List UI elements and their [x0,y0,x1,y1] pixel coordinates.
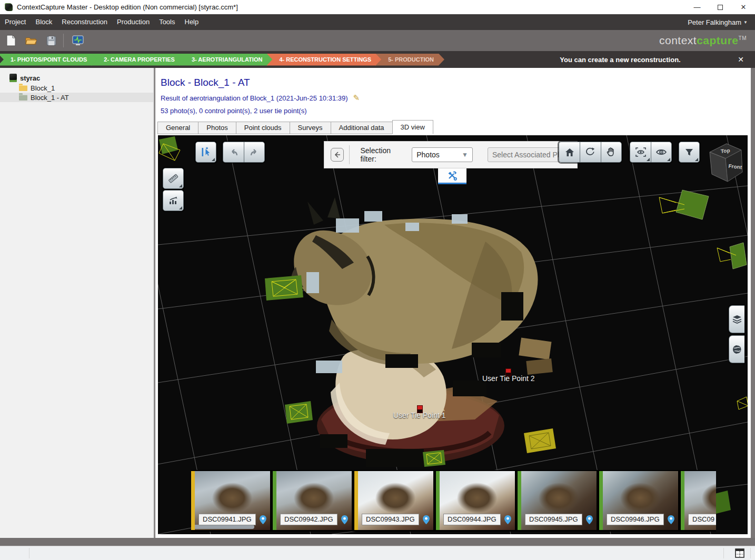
workflow-step[interactable]: 5- PRODUCTION [375,54,444,66]
menu-item[interactable]: Production [112,14,154,30]
viewport-3d[interactable]: STYRAC [158,135,748,534]
home-view-button[interactable] [559,142,580,163]
tab[interactable]: Photos [198,122,235,134]
maximize-button[interactable] [709,0,732,14]
undo-button[interactable] [223,142,244,163]
tree-item[interactable]: Block_1 [0,83,153,93]
photo-thumbnail[interactable]: DSC09943.JPG [354,471,433,530]
camera-marker[interactable] [159,136,180,161]
dropdown-corner [212,158,215,161]
quality-report-button[interactable] [163,190,184,211]
layers-panel-button[interactable] [729,305,744,333]
save-project-button[interactable] [42,33,60,48]
eye-frame-icon [635,147,647,157]
tab[interactable]: Additional data [331,122,392,134]
basemap-globe-button[interactable] [729,335,744,363]
edit-pencil-icon[interactable]: ✎ [353,93,360,103]
photo-filename: DSC09942.JPG [280,514,337,525]
tab[interactable]: General [157,122,198,134]
grid-toggle-button[interactable] [733,547,747,559]
user-name: Peter Falkingham [688,18,741,26]
photo-filename: DSC09 [688,514,716,525]
open-project-button[interactable] [22,33,40,48]
camera-marker[interactable] [265,275,303,301]
zoom-extents-button[interactable] [630,142,651,163]
measure-button[interactable] [163,168,184,189]
geotag-pin-icon [668,515,674,524]
photo-status-stripe [599,471,603,530]
panel-separator [349,145,350,164]
hand-pan-icon [606,147,617,157]
home-icon [564,147,575,157]
menu-item[interactable]: Tools [154,14,180,30]
camera-marker[interactable] [423,450,445,467]
pan-button[interactable] [601,142,622,163]
tab[interactable]: Surveys [290,122,331,134]
photo-thumbnail[interactable]: DSC09946.JPG [599,471,678,530]
selection-filter-panel: Selection filter: Photos ▼ [324,141,578,168]
camera-marker[interactable] [717,243,747,269]
tab[interactable]: 3D view [392,120,433,134]
display-options-button[interactable] [651,142,672,163]
statusbar-separator [750,548,751,558]
tools-tab[interactable] [438,168,466,184]
redo-icon [249,147,260,157]
eye-icon [655,147,667,157]
contextcapture-logo: contextcaptureTM [659,34,747,47]
menu-item[interactable]: Reconstruction [57,14,112,30]
close-button[interactable]: ✕ [732,0,755,14]
user-menu[interactable]: Peter Falkingham ▼ [688,18,755,26]
project-name: styrac [20,74,40,82]
menu-item[interactable]: Block [31,14,57,30]
project-icon [9,74,17,82]
orbit-rotate-icon [585,147,596,157]
filmstrip-scrollbar[interactable] [191,525,254,529]
collapse-panel-button[interactable] [331,148,344,162]
select-tool-button[interactable] [195,142,216,163]
orbit-button[interactable] [580,142,601,163]
photo-thumbnail[interactable]: DSC09 [681,471,716,530]
camera-marker[interactable] [524,428,556,453]
camera-marker[interactable] [737,397,748,409]
workflow-step[interactable]: 3- AEROTRIANGULATION [179,54,273,66]
navigation-cube[interactable]: Top Front [704,139,744,186]
redo-button[interactable] [244,142,265,163]
grid-table-icon [734,548,745,558]
camera-marker[interactable] [659,190,709,219]
title-bar: ContextCapture Master - Desktop edition … [0,0,755,14]
workflow-close-icon[interactable]: ✕ [733,53,749,66]
photo-thumbnail[interactable]: DSC09945.JPG [518,471,597,530]
new-file-icon [6,35,16,46]
dropdown-corner [647,158,650,161]
photo-thumbnail[interactable]: DSC09941.JPG [191,471,270,530]
photo-status-stripe [273,471,276,530]
workflow-step[interactable]: 1- PHOTOS/POINT CLOUDS [0,54,97,66]
photo-status-stripe [436,471,440,530]
acute3d-viewer-button[interactable] [69,33,87,48]
menu-item[interactable]: Help [180,14,204,30]
tree-project-root[interactable]: styrac [0,73,153,83]
photo-filename: DSC09945.JPG [525,514,582,525]
stats-chart-icon [168,195,178,206]
app-icon [5,3,13,11]
main-toolbar: contextcaptureTM [0,30,755,51]
minimize-button[interactable]: — [686,0,709,14]
workflow-step[interactable]: 2- CAMERA PROPERTIES [91,54,185,66]
photo-thumbnail[interactable]: DSC09942.JPG [273,471,352,530]
geotag-pin-icon [504,515,511,524]
tree-item[interactable]: Block_1 - AT [0,93,153,102]
menu-bar: Project Block Reconstruction Production … [0,14,755,30]
tab[interactable]: Point clouds [236,122,290,134]
tools-icon [447,171,458,181]
camera-marker[interactable] [285,401,313,424]
workflow-step[interactable]: 4- RECONSTRUCTION SETTINGS [266,54,382,66]
photo-thumbnail[interactable]: DSC09944.JPG [436,471,515,530]
selection-filter-dropdown[interactable]: Photos ▼ [412,147,473,162]
geotag-pin-icon [260,515,266,524]
menu-item[interactable]: Project [0,14,31,30]
photo-status-stripe [354,471,358,530]
new-project-button[interactable] [2,33,20,48]
filter-display-button[interactable] [679,142,700,163]
statusbar-separator [29,548,29,558]
photo-status-stripe [681,471,684,530]
